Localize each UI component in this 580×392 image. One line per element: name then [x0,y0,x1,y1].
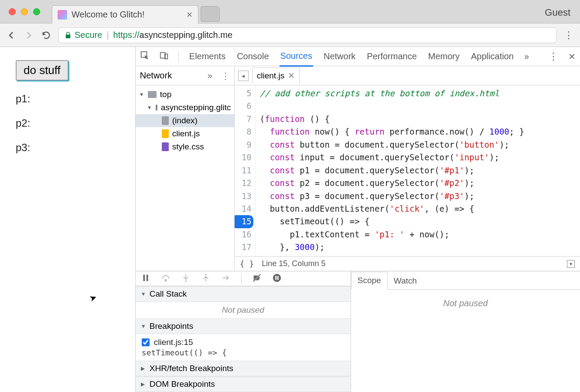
tab-sources[interactable]: Sources [280,47,313,67]
drawer-right: Scope Watch Not paused [351,271,580,392]
breakpoint-snippet: setTimeout(() => { [142,348,345,357]
navigate-back-icon[interactable]: ◂ [238,71,249,81]
breakpoint-checkbox[interactable] [142,338,150,346]
svg-rect-12 [277,276,279,280]
svg-point-6 [185,280,187,282]
call-stack-header[interactable]: ▼ Call Stack [136,286,351,302]
editor-tab-clientjs[interactable]: client.js ✕ [252,68,300,84]
disclosure-triangle-icon[interactable]: ▶ [141,365,146,372]
browser-tab[interactable]: Welcome to Glitch! ✕ [52,5,198,24]
devtools-panel: Elements Console Sources Network Perform… [136,47,580,392]
debugger-drawer: ▼ Call Stack Not paused ▼ Breakpoints cl… [136,271,580,392]
tab-close-icon[interactable]: ✕ [186,10,193,20]
editor-statusbar: { } Line 15, Column 5 ▾ [235,256,580,271]
deactivate-breakpoints-icon[interactable] [252,273,262,284]
tab-memory[interactable]: Memory [427,47,461,66]
code-content[interactable]: // add other scripts at the bottom of in… [256,85,529,256]
tree-file-index[interactable]: (index) [136,114,234,127]
tab-network[interactable]: Network [323,47,356,66]
step-out-icon[interactable] [201,273,211,284]
disclosure-triangle-icon[interactable]: ▼ [147,105,152,111]
traffic-lights [9,8,40,15]
p1-label: p1: [16,93,119,105]
browser-menu-icon[interactable]: ⋮ [563,30,574,41]
frame-icon [148,91,157,98]
profile-label[interactable]: Guest [545,7,570,18]
tree-file-clientjs[interactable]: client.js [136,127,234,140]
sources-navigator: Network » ⋮ ▼ top ▼ asyncstepping.glitc [136,66,235,271]
step-over-icon[interactable] [161,273,171,284]
tree-top[interactable]: ▼ top [136,88,234,101]
step-icon[interactable] [221,273,231,284]
tab-application[interactable]: Application [470,47,515,66]
tree-file-stylecss[interactable]: style.css [136,140,234,153]
tab-elements[interactable]: Elements [188,47,226,66]
separator [178,51,179,62]
editor-tabbar: ◂ client.js ✕ [235,66,580,85]
svg-point-5 [165,279,167,281]
svg-point-7 [205,274,207,275]
navigator-tab-network[interactable]: Network [140,71,172,81]
pretty-print-icon[interactable]: { } [240,259,254,268]
disclosure-triangle-icon[interactable]: ▼ [141,323,146,329]
navigator-more-icon[interactable]: » [208,71,212,81]
secure-indicator: Secure [64,30,102,40]
svg-rect-4 [147,274,148,281]
inspect-element-icon[interactable] [140,51,150,62]
minimize-window-icon[interactable] [21,8,28,15]
xhr-breakpoints-header[interactable]: ▶ XHR/fetch Breakpoints [136,361,351,376]
back-button[interactable] [6,30,17,41]
navigator-tabs: Network » ⋮ [136,66,234,85]
address-bar[interactable]: Secure | https://asyncstepping.glitch.me [58,27,556,43]
cloud-icon [156,105,157,111]
tab-watch[interactable]: Watch [388,273,423,289]
disclosure-triangle-icon[interactable]: ▼ [139,91,144,98]
do-stuff-button[interactable]: do stuff [16,60,68,81]
close-window-icon[interactable] [9,8,16,15]
call-stack-body: Not paused [136,302,351,318]
tab-console[interactable]: Console [236,47,270,66]
svg-rect-3 [143,274,145,281]
secure-label: Secure [75,30,102,40]
tab-close-icon[interactable]: ✕ [288,71,295,81]
pause-on-exceptions-icon[interactable] [272,273,282,284]
browser-toolbar: Secure | https://asyncstepping.glitch.me… [0,24,580,47]
url-text: https://asyncstepping.glitch.me [113,30,232,40]
reload-button[interactable] [41,30,51,41]
lock-icon [64,31,72,39]
svg-point-10 [273,274,281,281]
file-icon [162,142,169,151]
file-tree: ▼ top ▼ asyncstepping.glitc (index) [136,85,234,271]
line-gutter[interactable]: 56789101112131415161718192021 [235,85,256,256]
editor-column: ◂ client.js ✕ 56789101112131415161718192… [235,66,580,271]
breakpoints-header[interactable]: ▼ Breakpoints [136,318,351,334]
svg-rect-11 [275,276,276,280]
file-icon [162,129,169,138]
window-titlebar: Welcome to Glitch! ✕ Guest [0,0,580,24]
forward-button[interactable] [24,30,34,41]
code-editor[interactable]: 56789101112131415161718192021 // add oth… [235,85,580,256]
tree-domain[interactable]: ▼ asyncstepping.glitc [136,101,234,114]
tab-title: Welcome to Glitch! [72,10,182,20]
file-icon [162,116,169,125]
tab-performance[interactable]: Performance [366,47,418,66]
pause-icon[interactable] [141,273,150,284]
device-toolbar-icon[interactable] [159,51,169,62]
devtools-body: Network » ⋮ ▼ top ▼ asyncstepping.glitc [136,66,580,271]
breakpoints-body: client.js:15 setTimeout(() => { [136,334,351,361]
navigator-menu-icon[interactable]: ⋮ [221,71,230,81]
show-coverage-icon[interactable]: ▾ [567,260,575,268]
new-tab-button[interactable] [201,6,220,22]
disclosure-triangle-icon[interactable]: ▶ [141,381,146,387]
more-tabs-icon[interactable]: » [524,51,529,61]
breakpoint-row[interactable]: client.js:15 [142,338,345,347]
devtools-menu-icon[interactable]: ⋮ [548,51,559,62]
zoom-window-icon[interactable] [33,8,40,15]
favicon-icon [58,10,67,20]
devtools-close-icon[interactable]: ✕ [568,51,576,62]
dom-breakpoints-header[interactable]: ▶ DOM Breakpoints [136,376,351,392]
disclosure-triangle-icon[interactable]: ▼ [141,291,146,297]
step-into-icon[interactable] [181,273,191,284]
separator [241,274,242,284]
tab-scope[interactable]: Scope [351,272,388,290]
